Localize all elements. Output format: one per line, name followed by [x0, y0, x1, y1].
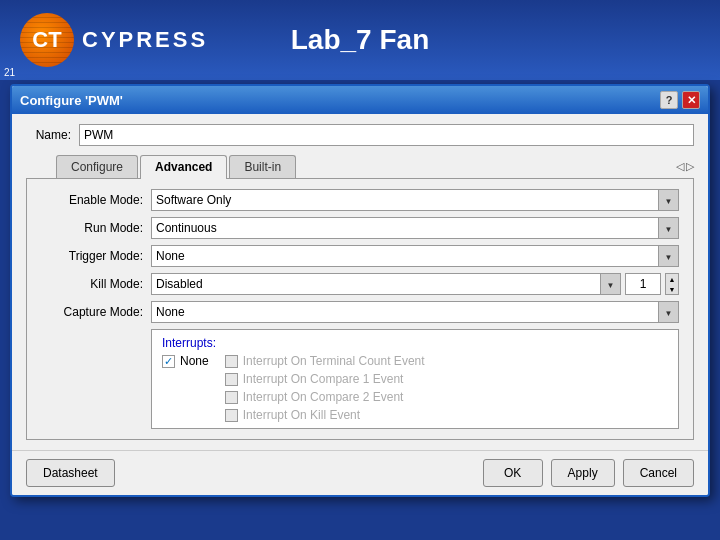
tab-builtin[interactable]: Built-in	[229, 155, 296, 178]
cypress-logo: CT	[20, 13, 74, 67]
brand-text: CYPRESS	[82, 27, 208, 53]
interrupts-left: ✓ None	[162, 354, 209, 422]
brand-name: CYPRESS	[82, 27, 208, 53]
interrupt-none-checkbox[interactable]: ✓	[162, 355, 175, 368]
capture-mode-arrow[interactable]: ▼	[658, 302, 678, 323]
interrupt-compare1-checkbox[interactable]	[225, 373, 238, 386]
titlebar-buttons: ? ✕	[660, 91, 700, 109]
tab-advanced[interactable]: Advanced	[140, 155, 227, 179]
interrupt-kill-checkbox[interactable]	[225, 409, 238, 422]
enable-mode-label: Enable Mode:	[41, 193, 151, 207]
kill-mode-label: Kill Mode:	[41, 277, 151, 291]
tabs-row: Configure Advanced Built-in ◁ ▷	[26, 154, 694, 178]
trigger-mode-select[interactable]: None ▼	[151, 245, 679, 267]
capture-mode-row: Capture Mode: None ▼	[41, 301, 679, 323]
tab-content: Enable Mode: Software Only ▼ Run Mode: C…	[26, 178, 694, 440]
run-mode-label: Run Mode:	[41, 221, 151, 235]
trigger-mode-label: Trigger Mode:	[41, 249, 151, 263]
run-mode-row: Run Mode: Continuous ▼	[41, 217, 679, 239]
trigger-mode-row: Trigger Mode: None ▼	[41, 245, 679, 267]
trigger-mode-value: None	[156, 249, 678, 263]
interrupt-terminal-count-checkbox[interactable]	[225, 355, 238, 368]
kill-mode-value: Disabled	[156, 277, 203, 291]
dialog-body: Name: Configure Advanced Built-in ◁ ▷ En…	[12, 114, 708, 450]
capture-mode-value: None	[156, 305, 678, 319]
tab-prev-icon[interactable]: ◁	[676, 160, 684, 173]
interrupt-compare1-label: Interrupt On Compare 1 Event	[243, 372, 404, 386]
name-input[interactable]	[79, 124, 694, 146]
interrupt-compare2-label: Interrupt On Compare 2 Event	[243, 390, 404, 404]
tab-nav: ◁ ▷	[676, 160, 694, 173]
logo-icon: CT	[32, 27, 61, 53]
interrupt-none-row: ✓ None	[162, 354, 209, 368]
run-mode-value: Continuous	[156, 221, 678, 235]
run-mode-arrow[interactable]: ▼	[658, 218, 678, 239]
kill-mode-row: Kill Mode: Disabled ▼ ▲ ▼	[41, 273, 679, 295]
name-row: Name:	[26, 124, 694, 146]
spinner-up-button[interactable]: ▲	[666, 274, 678, 284]
trigger-mode-arrow[interactable]: ▼	[658, 246, 678, 267]
interrupt-terminal-count-row: Interrupt On Terminal Count Event	[225, 354, 425, 368]
kill-mode-group: Disabled ▼ ▲ ▼	[151, 273, 679, 295]
tab-configure[interactable]: Configure	[56, 155, 138, 178]
name-label: Name:	[26, 128, 71, 142]
interrupt-compare2-checkbox[interactable]	[225, 391, 238, 404]
dialog-overlay: Configure 'PWM' ? ✕ Name: Configure Adva…	[10, 80, 710, 536]
enable-mode-row: Enable Mode: Software Only ▼	[41, 189, 679, 211]
datasheet-button[interactable]: Datasheet	[26, 459, 115, 487]
apply-button[interactable]: Apply	[551, 459, 615, 487]
kill-mode-spinner: ▲ ▼	[665, 273, 679, 295]
interrupt-terminal-count-label: Interrupt On Terminal Count Event	[243, 354, 425, 368]
enable-mode-value: Software Only	[156, 193, 678, 207]
tab-next-icon[interactable]: ▷	[686, 160, 694, 173]
interrupts-title: Interrupts:	[162, 336, 668, 350]
capture-mode-label: Capture Mode:	[41, 305, 151, 319]
spinner-down-button[interactable]: ▼	[666, 284, 678, 294]
logo-area: CT CYPRESS	[20, 13, 208, 67]
kill-mode-select[interactable]: Disabled ▼	[151, 273, 621, 295]
dialog-titlebar: Configure 'PWM' ? ✕	[12, 86, 708, 114]
enable-mode-arrow[interactable]: ▼	[658, 190, 678, 211]
kill-mode-number[interactable]	[625, 273, 661, 295]
configure-pwm-dialog: Configure 'PWM' ? ✕ Name: Configure Adva…	[10, 84, 710, 497]
kill-mode-arrow[interactable]: ▼	[600, 274, 620, 295]
dialog-footer: Datasheet OK Apply Cancel	[12, 450, 708, 495]
interrupt-kill-label: Interrupt On Kill Event	[243, 408, 360, 422]
page-title: Lab_7 Fan	[291, 24, 429, 56]
capture-mode-select[interactable]: None ▼	[151, 301, 679, 323]
enable-mode-select[interactable]: Software Only ▼	[151, 189, 679, 211]
slide-number: 21	[4, 67, 15, 78]
close-button[interactable]: ✕	[682, 91, 700, 109]
help-button[interactable]: ?	[660, 91, 678, 109]
interrupt-none-label: None	[180, 354, 209, 368]
interrupt-compare1-row: Interrupt On Compare 1 Event	[225, 372, 425, 386]
interrupt-compare2-row: Interrupt On Compare 2 Event	[225, 390, 425, 404]
interrupts-right: Interrupt On Terminal Count Event Interr…	[225, 354, 425, 422]
dialog-title: Configure 'PWM'	[20, 93, 123, 108]
interrupt-kill-row: Interrupt On Kill Event	[225, 408, 425, 422]
run-mode-select[interactable]: Continuous ▼	[151, 217, 679, 239]
header: CT CYPRESS Lab_7 Fan 21	[0, 0, 720, 80]
interrupts-grid: ✓ None Interrupt On Terminal Count Event	[162, 354, 668, 422]
interrupts-section: Interrupts: ✓ None	[151, 329, 679, 429]
ok-button[interactable]: OK	[483, 459, 543, 487]
checkmark-icon: ✓	[164, 355, 173, 368]
cancel-button[interactable]: Cancel	[623, 459, 694, 487]
